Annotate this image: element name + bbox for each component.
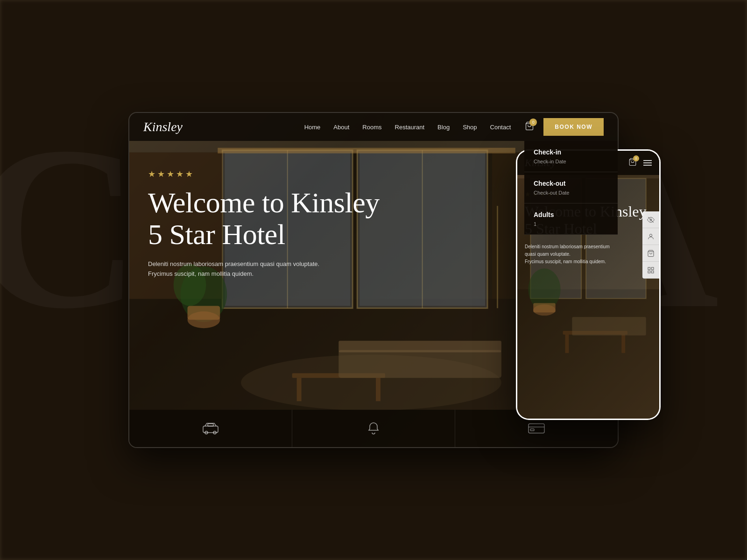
desktop-nav-icons: 0 [525, 121, 534, 133]
card-icon [527, 421, 546, 435]
eye-tool-icon [647, 216, 655, 224]
book-now-button[interactable]: BOOK NOW [543, 118, 604, 136]
mobile-hero-subtitle: Deleniti nostrum laboriosam praesentium … [525, 243, 652, 266]
mobile-hamburger-menu[interactable] [643, 160, 652, 166]
svg-rect-31 [208, 424, 213, 426]
nav-link-contact[interactable]: Contact [490, 124, 511, 131]
star-1: ★ [148, 169, 155, 179]
desktop-logo[interactable]: Kinsley [143, 119, 183, 134]
adults-label: Adults [534, 211, 608, 218]
desktop-navbar: Kinsley Home About Rooms Restaurant Blog… [129, 113, 618, 141]
desktop-hero-content: ★ ★ ★ ★ ★ Welcome to Kinsley5 Star Hotel… [148, 169, 380, 279]
user-tool-icon [647, 233, 655, 240]
svg-rect-53 [648, 271, 650, 273]
bottom-bar-taxi[interactable] [129, 410, 292, 447]
nav-link-rooms[interactable]: Rooms [362, 124, 381, 131]
mobile-tool-eye[interactable] [642, 211, 659, 228]
booking-dropdown: Check-in Check-in Date Check-out Check-o… [524, 141, 618, 235]
mobile-tools-panel [642, 211, 659, 279]
bell-icon [366, 421, 381, 435]
hamburger-line-3 [643, 165, 652, 166]
nav-link-home[interactable]: Home [304, 124, 321, 131]
nav-link-about[interactable]: About [333, 124, 349, 131]
nav-link-blog[interactable]: Blog [437, 124, 450, 131]
star-2: ★ [157, 169, 165, 179]
desktop-stars: ★ ★ ★ ★ ★ [148, 169, 380, 179]
desktop-cart-badge: 0 [529, 119, 537, 126]
nav-link-shop[interactable]: Shop [463, 124, 477, 131]
nav-link-restaurant[interactable]: Restaurant [395, 124, 425, 131]
desktop-hero-title: Welcome to Kinsley5 Star Hotel [148, 187, 380, 250]
mobile-nav-icons: 0 [628, 158, 652, 168]
desktop-nav-links: Home About Rooms Restaurant Blog Shop Co… [304, 124, 511, 131]
hamburger-line-2 [643, 162, 652, 163]
svg-point-49 [649, 234, 652, 236]
checkout-value[interactable]: Check-out Date [534, 190, 608, 196]
star-5: ★ [185, 169, 193, 179]
hamburger-line-1 [643, 160, 652, 161]
grid-tool-icon [647, 266, 655, 274]
mobile-cart-badge: 0 [633, 155, 639, 161]
desktop-hero-subtitle: Deleniti nostrum laboriosam praesentium … [148, 259, 380, 279]
mobile-tool-cart[interactable] [642, 245, 659, 262]
cart-tool-icon [647, 250, 655, 257]
checkout-section: Check-out Check-out Date [524, 172, 618, 203]
taxi-icon [201, 421, 220, 435]
svg-rect-32 [529, 424, 544, 433]
checkin-label: Check-in [534, 148, 608, 156]
mobile-cart-icon[interactable]: 0 [628, 158, 637, 168]
svg-rect-34 [530, 429, 534, 431]
bottom-bar-bell[interactable] [292, 410, 455, 447]
checkin-section: Check-in Check-in Date [524, 141, 618, 172]
adults-value[interactable]: 1 [534, 221, 608, 227]
scene-container: Kinsley Home About Rooms Restaurant Blog… [128, 112, 619, 448]
desktop-cart-icon[interactable]: 0 [525, 121, 534, 133]
adults-section: Adults 1 [524, 203, 618, 235]
star-3: ★ [167, 169, 174, 179]
star-4: ★ [176, 169, 183, 179]
checkin-value[interactable]: Check-in Date [534, 159, 608, 164]
svg-rect-54 [651, 271, 654, 273]
mobile-tool-grid[interactable] [642, 262, 659, 279]
checkout-label: Check-out [534, 180, 608, 187]
mobile-tool-user[interactable] [642, 228, 659, 245]
svg-rect-51 [648, 267, 650, 270]
svg-rect-52 [651, 267, 654, 270]
